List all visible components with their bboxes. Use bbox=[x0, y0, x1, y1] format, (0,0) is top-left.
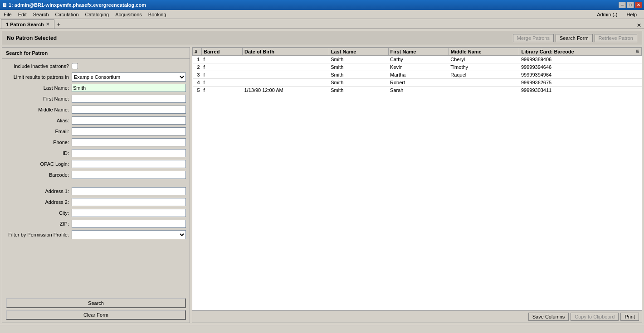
last-name-input[interactable] bbox=[72, 84, 186, 92]
window-close-icon[interactable]: ✕ bbox=[637, 22, 643, 29]
cell-barcode: 99999389406 bbox=[519, 56, 642, 63]
address2-input[interactable] bbox=[72, 198, 186, 206]
city-input[interactable] bbox=[72, 209, 186, 217]
menu-circulation[interactable]: Circulation bbox=[53, 11, 82, 18]
include-inactive-label: Include inactive patrons? bbox=[6, 63, 72, 69]
menu-booking[interactable]: Booking bbox=[146, 11, 169, 18]
col-header-dob[interactable]: Date of Birth bbox=[243, 48, 329, 56]
minimize-button[interactable]: ─ bbox=[619, 2, 626, 8]
content-split: Search for Patron Include inactive patro… bbox=[2, 47, 642, 323]
search-form-button[interactable]: Search Form bbox=[556, 34, 593, 42]
menu-cataloging[interactable]: Cataloging bbox=[83, 11, 112, 18]
limit-results-select[interactable]: Example Consortium bbox=[72, 72, 186, 82]
results-footer: Save Columns Copy to Clipboard Print bbox=[192, 310, 642, 323]
retrieve-patron-button[interactable]: Retrieve Patron bbox=[595, 34, 637, 42]
print-button[interactable]: Print bbox=[620, 313, 639, 321]
cell-middlename: Cheryl bbox=[449, 56, 519, 63]
id-row: ID: bbox=[6, 149, 186, 158]
cell-barred: f bbox=[202, 87, 243, 94]
city-row: City: bbox=[6, 208, 186, 217]
alias-input[interactable] bbox=[72, 116, 186, 125]
tab-label: 1 Patron Search bbox=[6, 22, 44, 27]
menu-admin[interactable]: Admin (-) bbox=[594, 11, 620, 18]
opac-login-input[interactable] bbox=[72, 160, 186, 168]
col-header-num[interactable]: # bbox=[193, 48, 202, 56]
search-form-body: Include inactive patrons? Limit results … bbox=[2, 59, 190, 295]
cell-num: 3 bbox=[193, 71, 202, 79]
menu-search[interactable]: Search bbox=[30, 11, 52, 18]
limit-results-row: Limit results to patrons in Example Cons… bbox=[6, 72, 186, 82]
menu-acquisitions[interactable]: Acquisitions bbox=[112, 11, 145, 18]
email-input[interactable] bbox=[72, 127, 186, 135]
cell-barcode: 99999303411 bbox=[519, 87, 642, 94]
col-header-lastname[interactable]: Last Name bbox=[329, 48, 388, 56]
cell-dob bbox=[243, 79, 329, 87]
address1-input[interactable] bbox=[72, 187, 186, 195]
main-content: No Patron Selected Merge Patrons Search … bbox=[0, 29, 644, 325]
tab-patron-search[interactable]: 1 Patron Search ✕ bbox=[1, 19, 54, 29]
cell-barcode: 99999362675 bbox=[519, 79, 642, 87]
first-name-input[interactable] bbox=[72, 95, 186, 103]
email-label: Email: bbox=[6, 129, 72, 134]
tab-close-icon[interactable]: ✕ bbox=[46, 22, 49, 27]
table-row[interactable]: 3 f Smith Martha Raquel 99999394964 bbox=[193, 71, 642, 79]
header-panel: No Patron Selected Merge Patrons Search … bbox=[2, 31, 642, 45]
maximize-button[interactable]: □ bbox=[627, 2, 634, 8]
barcode-input[interactable] bbox=[72, 171, 186, 179]
merge-patrons-button[interactable]: Merge Patrons bbox=[513, 34, 554, 42]
address2-label: Address 2: bbox=[6, 199, 72, 205]
menu-edit[interactable]: Edit bbox=[15, 11, 29, 18]
cell-dob bbox=[243, 71, 329, 79]
copy-clipboard-button[interactable]: Copy to Clipboard bbox=[571, 313, 619, 321]
first-name-label: First Name: bbox=[6, 96, 72, 101]
include-inactive-checkbox[interactable] bbox=[72, 63, 78, 69]
col-header-barcode[interactable]: Library Card: Barcode ⊞ bbox=[519, 48, 642, 56]
phone-row: Phone: bbox=[6, 138, 186, 147]
menu-right: Admin (-) Help bbox=[594, 11, 643, 18]
title-bar-icon: 🖥 bbox=[2, 2, 7, 8]
title-bar-text: 1: admin@BR1-winxpvmfx.phasefx.evergreen… bbox=[9, 2, 146, 8]
header-action-buttons: Merge Patrons Search Form Retrieve Patro… bbox=[513, 34, 637, 42]
email-row: Email: bbox=[6, 127, 186, 136]
table-row[interactable]: 2 f Smith Kevin Timothy 99999394646 bbox=[193, 63, 642, 71]
title-bar-controls: ─ □ ✕ bbox=[619, 2, 642, 8]
table-row[interactable]: 5 f 1/13/90 12:00 AM Smith Sarah 9999930… bbox=[193, 87, 642, 94]
cell-lastname: Smith bbox=[329, 71, 388, 79]
search-form-scroll: Include inactive patrons? Limit results … bbox=[2, 59, 190, 323]
zip-row: ZIP: bbox=[6, 219, 186, 228]
cell-barred: f bbox=[202, 63, 243, 71]
alias-row: Alias: bbox=[6, 116, 186, 125]
phone-input[interactable] bbox=[72, 138, 186, 146]
id-input[interactable] bbox=[72, 149, 186, 157]
close-button[interactable]: ✕ bbox=[635, 2, 642, 8]
zip-input[interactable] bbox=[72, 220, 186, 228]
col-header-barred[interactable]: Barred bbox=[202, 48, 243, 56]
cell-firstname: Kevin bbox=[388, 63, 449, 71]
address2-row: Address 2: bbox=[6, 198, 186, 207]
clear-form-button[interactable]: Clear Form bbox=[6, 310, 186, 320]
address1-row: Address 1: bbox=[6, 187, 186, 196]
results-tbody: 1 f Smith Cathy Cheryl 99999389406 2 f S… bbox=[193, 56, 642, 94]
table-row[interactable]: 4 f Smith Robert 99999362675 bbox=[193, 79, 642, 87]
middle-name-input[interactable] bbox=[72, 106, 186, 114]
col-header-firstname[interactable]: First Name bbox=[388, 48, 449, 56]
search-panel-title: Search for Patron bbox=[2, 48, 190, 59]
id-label: ID: bbox=[6, 150, 72, 156]
filter-profile-select[interactable] bbox=[72, 230, 186, 239]
last-name-row: Last Name: bbox=[6, 83, 186, 92]
search-button[interactable]: Search bbox=[6, 298, 186, 308]
phone-label: Phone: bbox=[6, 140, 72, 145]
menu-file[interactable]: File bbox=[1, 11, 15, 18]
table-header-row: # Barred Date of Birth Last Name First N… bbox=[193, 48, 642, 56]
filter-profile-label: Filter by Permission Profile: bbox=[6, 232, 72, 237]
table-row[interactable]: 1 f Smith Cathy Cheryl 99999389406 bbox=[193, 56, 642, 63]
cell-lastname: Smith bbox=[329, 63, 388, 71]
cell-firstname: Martha bbox=[388, 71, 449, 79]
tab-add-button[interactable]: + bbox=[54, 19, 63, 29]
menu-help[interactable]: Help bbox=[624, 11, 639, 18]
col-header-middlename[interactable]: Middle Name bbox=[449, 48, 519, 56]
cell-firstname: Sarah bbox=[388, 87, 449, 94]
include-inactive-row: Include inactive patrons? bbox=[6, 62, 186, 71]
save-columns-button[interactable]: Save Columns bbox=[528, 313, 569, 321]
cell-middlename: Timothy bbox=[449, 63, 519, 71]
